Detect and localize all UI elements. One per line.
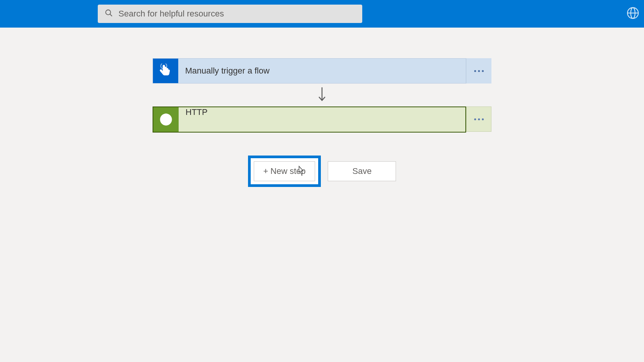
new-step-button[interactable]: + New step [254,161,315,181]
globe-icon [153,107,179,132]
search-input[interactable] [118,9,355,19]
app-header [0,0,644,28]
trigger-menu-button[interactable] [466,58,491,84]
save-button[interactable]: Save [328,161,396,181]
http-menu-button[interactable] [466,106,491,132]
connector-arrow [317,87,327,103]
svg-point-0 [106,10,111,15]
flow-canvas: Manually trigger a flow HT [0,28,644,187]
action-step-http: HTTP [153,106,491,133]
ellipsis-icon [474,70,484,72]
action-title: HTTP [179,107,207,132]
header-environment-icon[interactable] [626,7,639,21]
svg-line-1 [110,14,112,16]
new-step-highlight: + New step [248,156,321,187]
http-step-body[interactable]: HTTP [153,106,466,133]
hand-pointer-icon [153,59,178,83]
search-icon [105,9,113,19]
search-box[interactable] [98,5,362,23]
flow-action-buttons: + New step Save [248,156,396,187]
ellipsis-icon [474,118,484,120]
trigger-step[interactable]: Manually trigger a flow [153,58,491,84]
trigger-title: Manually trigger a flow [178,66,269,76]
